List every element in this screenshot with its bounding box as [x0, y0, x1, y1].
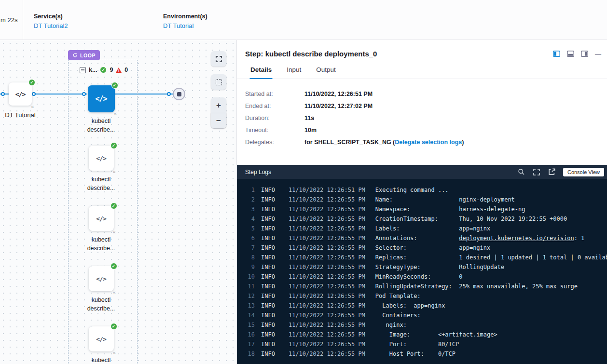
log-level: INFO: [261, 282, 275, 291]
log-message: Selector: app=nginx: [375, 243, 490, 253]
stage-node-button[interactable]: </>: [9, 82, 32, 106]
main-content: </> DT Tutorial LOOP k... 9: [0, 40, 607, 364]
log-line: 11 INFO 11/10/2022 12:26:55 PM RollingUp…: [237, 282, 607, 291]
log-line: 9 INFO 11/10/2022 12:26:55 PM StrategyTy…: [237, 262, 607, 272]
loop-badge: LOOP: [68, 50, 100, 60]
detail-value: for SHELL_SCRIPT_TASK_NG (: [304, 139, 395, 146]
log-message: Port: 80/TCP: [375, 339, 459, 349]
search-logs-button[interactable]: [518, 168, 525, 175]
zoom-in-button[interactable]: +: [211, 97, 226, 113]
log-message: Namespace: harness-delegate-ng: [375, 204, 525, 214]
plus-icon: +: [216, 101, 221, 109]
stop-icon: [177, 92, 181, 96]
log-timestamp: 11/10/2022 12:26:55 PM: [289, 233, 365, 243]
marquee-icon: [216, 79, 222, 85]
environment-link[interactable]: DT Tutorial: [163, 22, 207, 29]
log-message: Executing command ...: [375, 185, 449, 195]
log-line: 5 INFO 11/10/2022 12:26:55 PM Labels: ap…: [237, 224, 607, 233]
pipeline-end-node[interactable]: [173, 88, 185, 100]
log-line-number: 2: [237, 195, 255, 204]
log-line-number: 3: [237, 204, 255, 214]
console-header: Step Logs: [237, 165, 607, 179]
step-tab[interactable]: Input: [286, 66, 302, 79]
pipeline-graph-canvas[interactable]: </> DT Tutorial LOOP k... 9: [0, 40, 236, 364]
log-timestamp: 11/10/2022 12:26:51 PM: [289, 185, 365, 195]
services-label: Service(s): [34, 13, 163, 20]
step-node-label: kubectl describe...: [87, 117, 115, 134]
log-line: 13 INFO 11/10/2022 12:26:55 PM Labels: a…: [237, 301, 607, 310]
log-message-link[interactable]: deployment.kubernetes.io/revision: [459, 233, 574, 243]
log-timestamp: 11/10/2022 12:26:55 PM: [289, 301, 365, 310]
log-line: 18 INFO 11/10/2022 12:26:55 PM Host Port…: [237, 349, 607, 359]
delegate-selection-logs-link[interactable]: Delegate selection logs: [395, 139, 462, 146]
expand-logs-button[interactable]: [533, 168, 540, 176]
step-detail-panel: Step: kubectl describe deployments_0: [236, 40, 607, 364]
log-level: INFO: [261, 214, 275, 224]
detail-value: 11/10/2022, 12:27:02 PM: [304, 103, 372, 109]
console-controls: Console View: [518, 168, 604, 176]
fullscreen-icon: [533, 168, 540, 176]
log-line: 12 INFO 11/10/2022 12:26:55 PM Pod Templ…: [237, 291, 607, 301]
fit-to-screen-button[interactable]: [211, 51, 226, 67]
edge-connector-dot: [167, 92, 171, 96]
log-timestamp: 11/10/2022 12:26:55 PM: [289, 224, 365, 233]
node-connector-icon: [113, 230, 116, 235]
log-line-number: 4: [237, 214, 255, 224]
split-left-icon: [553, 51, 560, 57]
split-view-bottom-button[interactable]: [567, 51, 574, 57]
detail-label: Delegates:: [245, 139, 304, 146]
step-details-list: Started at: 11/10/2022, 12:26:51 PM Ende…: [237, 79, 607, 146]
detail-label: Ended at:: [245, 103, 304, 109]
detail-value-suffix: ): [462, 139, 464, 146]
log-level: INFO: [261, 233, 275, 243]
step-panel-header: Step: kubectl describe deployments_0: [237, 40, 607, 58]
log-line-number: 9: [237, 262, 255, 272]
loop-step-item: </> kubectl describe...: [80, 85, 122, 146]
node-connector-icon: [114, 111, 117, 116]
console-view-button[interactable]: Console View: [563, 168, 604, 176]
zoom-out-button[interactable]: −: [211, 113, 226, 128]
success-count-icon: [100, 67, 107, 73]
log-timestamp: 11/10/2022 12:26:55 PM: [289, 272, 365, 282]
split-view-left-button[interactable]: [553, 51, 560, 57]
log-message: Containers:: [375, 310, 421, 320]
step-node-label: kubectl describe...: [87, 356, 115, 364]
edge-connector-dot: [32, 92, 36, 96]
log-level: INFO: [261, 253, 275, 262]
step-node-label: kubectl describe...: [87, 296, 115, 313]
step-title: Step: kubectl describe deployments_0: [245, 50, 553, 58]
collapse-group-button[interactable]: [80, 67, 86, 73]
split-right-icon: [581, 51, 588, 57]
panel-layout-controls: —: [553, 50, 601, 57]
step-tab[interactable]: Details: [249, 66, 273, 79]
open-logs-new-tab-button[interactable]: [548, 168, 555, 175]
log-line-number: 15: [237, 320, 255, 330]
step-node-kubectl-describe[interactable]: </>: [88, 85, 115, 112]
log-line: 4 INFO 11/10/2022 12:26:55 PM CreationTi…: [237, 214, 607, 224]
open-in-new-icon: [548, 168, 555, 175]
warning-icon: [116, 67, 122, 73]
log-timestamp: 11/10/2022 12:26:55 PM: [289, 262, 365, 272]
split-view-right-button[interactable]: [581, 51, 588, 57]
success-check-icon: [110, 263, 117, 270]
log-line-number: 18: [237, 349, 255, 359]
log-level: INFO: [261, 262, 275, 272]
detail-row: Ended at: 11/10/2022, 12:27:02 PM: [245, 103, 599, 109]
log-message: Image: <+artifact.image>: [375, 330, 497, 339]
loop-step-column: </> kubectl describe... </>: [80, 85, 122, 364]
step-tab[interactable]: Output: [315, 66, 337, 79]
step-node-kubectl-describe[interactable]: </>: [89, 146, 114, 171]
service-link[interactable]: DT Tutorial2: [34, 22, 163, 29]
marquee-select-button[interactable]: [211, 74, 226, 90]
code-icon: </>: [15, 91, 25, 98]
step-node-kubectl-describe[interactable]: </>: [89, 266, 114, 291]
log-line: 10 INFO 11/10/2022 12:26:55 PM MinReadyS…: [237, 272, 607, 282]
log-line-number: 1: [237, 185, 255, 195]
log-timestamp: 11/10/2022 12:26:55 PM: [289, 195, 365, 204]
log-message-suffix: : 1: [574, 233, 585, 243]
minimize-panel-button[interactable]: —: [595, 50, 601, 57]
console-title: Step Logs: [245, 169, 518, 175]
step-node-kubectl-describe[interactable]: </>: [89, 206, 114, 231]
log-level: INFO: [261, 301, 275, 310]
step-node-kubectl-describe[interactable]: </>: [89, 326, 114, 351]
